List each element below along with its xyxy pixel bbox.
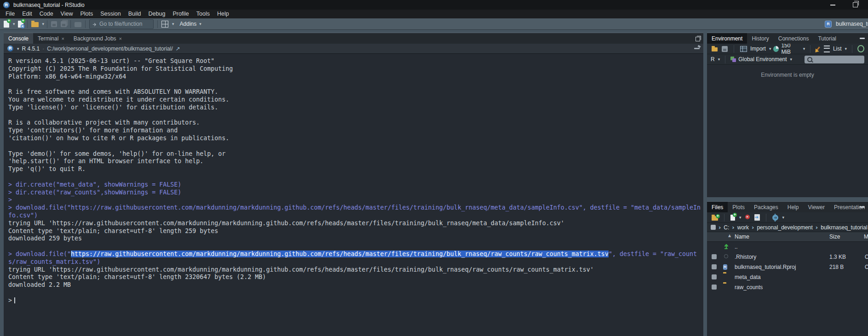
refresh-environment-icon[interactable]	[857, 45, 864, 52]
file-name[interactable]: meta_data	[735, 274, 761, 280]
clear-console-icon[interactable]	[694, 48, 700, 49]
menu-debug[interactable]: Debug	[145, 10, 169, 18]
memory-usage-icon[interactable]	[773, 46, 779, 52]
column-header-name[interactable]: Name	[735, 233, 749, 240]
file-row-rhistory[interactable]: .Rhistory1.3 KBO	[707, 252, 868, 262]
r-version-icon[interactable]: R	[7, 46, 13, 51]
new-project-button[interactable]: +R	[17, 20, 24, 28]
directory-home-icon[interactable]	[711, 225, 716, 230]
new-folder-button[interactable]: +	[711, 214, 719, 222]
console-output-line: R is free software and comes with ABSOLU…	[8, 88, 703, 96]
tab-help[interactable]: Help	[783, 202, 804, 212]
menu-edit[interactable]: Edit	[18, 10, 36, 18]
file-row-bulkrnaseq-tutorial-rproj[interactable]: Rbulkrnaseq_tutorial.Rproj218 BO	[707, 262, 868, 272]
tab-console[interactable]: Console	[4, 33, 33, 44]
language-selector[interactable]: R	[711, 56, 715, 63]
goto-file-function-input[interactable]: Go to file/function	[89, 19, 154, 29]
breadcrumb-item-bulkrnaseq-tutorial[interactable]: bulkrnaseq_tutorial	[821, 224, 867, 231]
breadcrumb-item-c[interactable]: C:	[724, 224, 729, 231]
menu-plots[interactable]: Plots	[76, 10, 97, 18]
load-workspace-button[interactable]	[711, 45, 719, 52]
tab-history[interactable]: History	[747, 33, 773, 44]
pane-minimize-icon[interactable]	[860, 206, 865, 208]
tab-packages[interactable]: Packages	[749, 202, 783, 212]
save-all-button[interactable]	[60, 20, 68, 28]
tab-files[interactable]: Files	[707, 202, 728, 212]
file-checkbox[interactable]	[712, 285, 717, 290]
tab-viewer[interactable]: Viewer	[803, 202, 829, 212]
list-view-button[interactable]	[823, 45, 831, 53]
environment-tabstrip: EnvironmentHistoryConnectionsTutorial	[707, 33, 868, 44]
menu-session[interactable]: Session	[97, 10, 124, 18]
title-bar: R bulkrnaseq_tutorial - RStudio	[0, 0, 868, 10]
file-name[interactable]: .Rhistory	[735, 254, 756, 260]
file-row-meta-data[interactable]: meta_data	[707, 272, 868, 282]
close-tab-icon[interactable]: ×	[61, 36, 64, 41]
import-dataset-button[interactable]	[739, 45, 748, 53]
addins-button[interactable]: Addins ▾	[178, 21, 201, 27]
console-input-line: > dir.create("meta_data", showWarnings =…	[8, 181, 703, 189]
environment-caret-icon[interactable]: ▾	[790, 57, 793, 62]
open-file-caret-icon[interactable]: ▾	[42, 22, 45, 26]
sort-ascending-icon[interactable]: ▲	[728, 233, 731, 238]
goto-directory-icon[interactable]: ↗	[176, 46, 180, 52]
file-checkbox[interactable]	[712, 274, 717, 279]
tab-background-jobs[interactable]: Background Jobs×	[69, 33, 126, 44]
restore-button[interactable]	[847, 0, 863, 10]
tab-terminal[interactable]: Terminal×	[33, 33, 69, 44]
file-name[interactable]: bulkrnaseq_tutorial.Rproj	[735, 264, 796, 270]
console[interactable]: R version 4.5.1 (2025-06-13 ucrt) -- "Gr…	[4, 54, 703, 336]
new-file-caret-icon[interactable]: ▾	[13, 22, 15, 26]
column-header-modified[interactable]: Modified	[864, 233, 868, 240]
rename-file-button[interactable]: ➔	[753, 213, 761, 222]
tab-plots[interactable]: Plots	[728, 202, 749, 212]
menu-view[interactable]: View	[57, 10, 77, 18]
pane-layout-caret-icon[interactable]: ▾	[172, 22, 174, 26]
menu-code[interactable]: Code	[36, 10, 57, 18]
more-file-commands-button[interactable]	[771, 214, 779, 222]
up-arrow-icon	[723, 243, 730, 251]
file-name[interactable]: ..	[735, 244, 738, 250]
menu-help[interactable]: Help	[213, 10, 233, 18]
r-version-caret-icon[interactable]: ▾	[17, 46, 19, 51]
environment-search-input[interactable]	[805, 56, 864, 63]
new-file-button[interactable]: +	[3, 20, 10, 28]
file-row-[interactable]: ..	[707, 242, 868, 252]
file-row-raw-counts[interactable]: raw_counts	[707, 282, 868, 292]
file-name[interactable]: raw_counts	[735, 284, 763, 290]
menu-file[interactable]: File	[2, 10, 18, 18]
console-output-line: Type 'q()' to quit R.	[8, 165, 703, 173]
list-view-label: List	[833, 46, 842, 52]
tab-tutorial[interactable]: Tutorial	[813, 33, 841, 44]
language-caret-icon[interactable]: ▾	[718, 57, 720, 62]
project-selector-button[interactable]: R bulkrnaseq_tutorial	[825, 18, 868, 29]
environment-selector[interactable]: Global Environment	[738, 56, 787, 63]
file-checkbox[interactable]	[712, 254, 717, 259]
new-blank-file-button[interactable]: +	[730, 214, 736, 222]
clear-environment-icon[interactable]	[816, 46, 820, 51]
open-file-button[interactable]	[30, 20, 40, 28]
new-blank-file-caret-icon[interactable]: ▾	[739, 215, 742, 220]
print-button[interactable]	[74, 20, 82, 28]
chevron-right-icon: ›	[752, 224, 754, 231]
minimize-button[interactable]	[825, 0, 840, 10]
menu-profile[interactable]: Profile	[169, 10, 192, 18]
delete-file-button[interactable]: ×	[744, 213, 751, 222]
breadcrumb-item-work[interactable]: work	[737, 224, 749, 231]
save-workspace-button[interactable]	[721, 45, 729, 53]
save-button[interactable]	[50, 20, 58, 28]
menu-build[interactable]: Build	[125, 10, 145, 18]
pane-minimize-icon[interactable]	[860, 38, 865, 39]
pane-maximize-icon[interactable]	[696, 37, 700, 41]
breadcrumb-item-personal-development[interactable]: personal_development	[757, 224, 812, 231]
console-cursor	[14, 297, 15, 303]
menu-tools[interactable]: Tools	[193, 10, 213, 18]
more-caret-icon[interactable]: ▾	[782, 215, 785, 220]
tab-environment[interactable]: Environment	[707, 33, 747, 44]
column-header-size[interactable]: Size	[829, 233, 840, 240]
tab-label: Help	[788, 204, 799, 211]
pane-layout-button[interactable]	[161, 20, 169, 28]
file-checkbox[interactable]	[712, 264, 717, 269]
close-tab-icon[interactable]: ×	[119, 36, 122, 41]
tab-connections[interactable]: Connections	[774, 33, 814, 44]
